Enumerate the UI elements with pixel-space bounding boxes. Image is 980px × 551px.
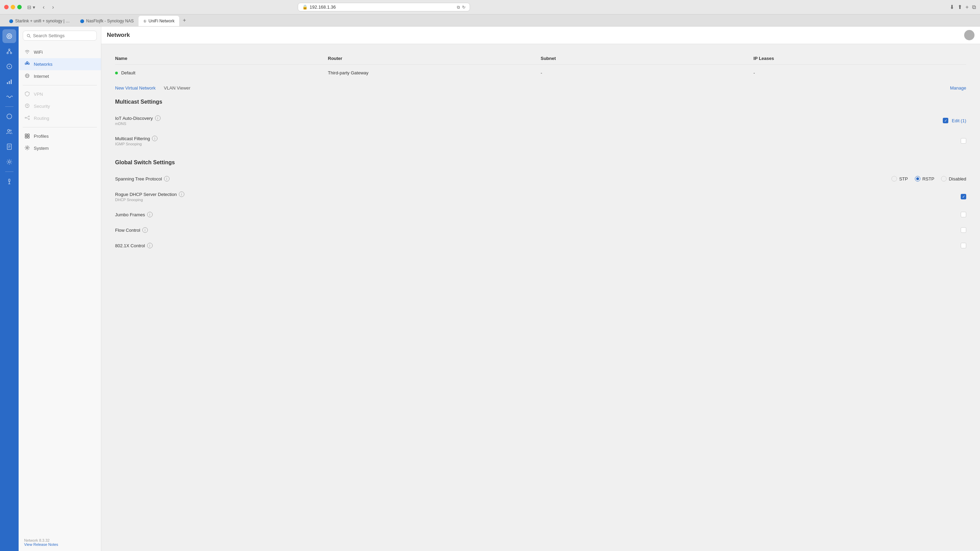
manage-button[interactable]: Manage <box>950 86 966 91</box>
sidebar-label-internet: Internet <box>34 74 49 79</box>
col-ip-leases: IP Leases <box>754 56 967 61</box>
network-row-default[interactable]: Default Third-party Gateway - - <box>115 66 966 80</box>
multicast-checkbox[interactable] <box>961 138 966 144</box>
sidebar-icon-circle[interactable] <box>2 110 16 123</box>
maximize-button[interactable] <box>17 5 22 9</box>
8021x-label: 802.1X Control i <box>115 243 153 248</box>
sidebar-icon-tool[interactable] <box>2 175 16 188</box>
download-button[interactable]: ⬇ <box>950 4 954 10</box>
sidebar-item-system[interactable]: System <box>19 142 101 154</box>
multicast-section-title: Multicast Settings <box>115 99 966 105</box>
col-router: Router <box>328 56 541 61</box>
multicast-info-icon[interactable]: i <box>152 136 158 141</box>
sidebar-icon-people[interactable] <box>2 125 16 138</box>
setting-spanning-tree: Spanning Tree Protocol i STP RSTP <box>115 171 966 187</box>
svg-point-4 <box>10 52 12 54</box>
svg-point-45 <box>27 147 28 149</box>
search-input[interactable] <box>33 33 93 38</box>
tab-macgeneration[interactable]: 🔵 Starlink + unifi + synology | Les foru… <box>4 16 75 26</box>
sidebar-item-security[interactable]: Security <box>19 100 101 112</box>
close-button[interactable] <box>4 5 9 9</box>
network-ip-leases-default: - <box>754 70 967 75</box>
flow-control-checkbox[interactable] <box>961 227 966 233</box>
setting-multicast-filtering: Multicast Filtering i IGMP Snooping <box>115 131 966 151</box>
tab-synology[interactable]: 🔵 NasFlojfk - Synology NAS <box>75 16 138 26</box>
url-text: 192.168.1.36 <box>310 5 336 10</box>
svg-point-3 <box>7 52 8 54</box>
svg-line-24 <box>30 37 31 38</box>
version-text: Network 8.3.32 <box>24 538 95 542</box>
col-name: Name <box>115 56 328 61</box>
spanning-tree-info-icon[interactable]: i <box>164 176 170 181</box>
svg-point-12 <box>7 114 12 119</box>
sidebar-label-profiles: Profiles <box>34 133 49 139</box>
radio-outer-disabled <box>941 176 947 181</box>
sidebar-item-internet[interactable]: Internet <box>19 70 101 82</box>
nav-sidebar: WiFi Networks Internet VPN Securit <box>19 27 101 551</box>
user-avatar[interactable] <box>964 30 975 40</box>
rogue-dhcp-info-icon[interactable]: i <box>179 192 185 197</box>
tab-label-macgeneration: Starlink + unifi + synology | Les forums… <box>15 19 70 24</box>
search-box[interactable] <box>23 31 97 41</box>
minimize-button[interactable] <box>11 5 15 9</box>
radio-rstp[interactable]: RSTP <box>915 176 934 181</box>
jumbo-frames-checkbox[interactable] <box>961 212 966 217</box>
sidebar-toggle-button[interactable]: ⊟ ▾ <box>25 4 37 11</box>
screen-share-icon: ⧉ <box>457 5 460 10</box>
sidebar-icon-gear[interactable] <box>2 155 16 169</box>
radio-disabled[interactable]: Disabled <box>941 176 966 181</box>
internet-icon <box>24 73 30 79</box>
sidebar-icon-home[interactable] <box>2 29 16 43</box>
back-button[interactable]: ‹ <box>41 3 46 11</box>
sidebar-item-routing[interactable]: Routing <box>19 112 101 124</box>
8021x-checkbox[interactable] <box>961 243 966 248</box>
sidebar-icon-topology[interactable] <box>2 44 16 58</box>
network-subnet-default: - <box>541 70 754 75</box>
sidebar-icon-stats[interactable] <box>2 75 16 89</box>
url-bar[interactable]: 🔒 192.168.1.36 ⧉ ↻ <box>298 3 470 11</box>
rogue-dhcp-label-group: Rogue DHCP Server Detection i DHCP Snoop… <box>115 192 185 202</box>
sidebar-label-routing: Routing <box>34 116 49 121</box>
iot-edit-link[interactable]: Edit (1) <box>952 118 966 123</box>
tab-unifi[interactable]: ① UniFi Network <box>138 16 179 26</box>
release-notes-link[interactable]: View Release Notes <box>24 542 58 546</box>
share-button[interactable]: ⬆ <box>958 4 962 10</box>
8021x-info-icon[interactable]: i <box>147 243 153 248</box>
iot-controls: ✓ Edit (1) <box>943 118 966 123</box>
app-title-bar: Network <box>101 27 980 44</box>
multicast-label-group: Multicast Filtering i IGMP Snooping <box>115 136 158 146</box>
flow-control-label: Flow Control i <box>115 227 148 233</box>
sidebar-icon-document[interactable] <box>2 140 16 154</box>
tab-overview-button[interactable]: ⧉ <box>972 4 976 10</box>
sidebar-item-networks[interactable]: Networks <box>19 58 101 70</box>
wifi-icon <box>24 49 30 56</box>
sidebar-icon-target[interactable] <box>2 60 16 73</box>
radio-outer-stp <box>891 176 897 181</box>
radio-stp[interactable]: STP <box>891 176 908 181</box>
iot-checkbox[interactable]: ✓ <box>943 118 948 123</box>
svg-point-13 <box>8 130 10 132</box>
flow-control-info-icon[interactable]: i <box>142 227 148 233</box>
jumbo-frames-info-icon[interactable]: i <box>147 212 153 217</box>
col-subnet: Subnet <box>541 56 754 61</box>
svg-rect-42 <box>27 134 29 136</box>
refresh-icon[interactable]: ↻ <box>462 5 466 10</box>
radio-inner-rstp <box>916 177 919 180</box>
rogue-dhcp-checkbox[interactable]: ✓ <box>961 194 966 199</box>
profiles-icon <box>24 133 30 140</box>
sidebar-icon-wave[interactable] <box>2 90 16 104</box>
nav-divider-2 <box>23 127 97 127</box>
setting-rogue-dhcp: Rogue DHCP Server Detection i DHCP Snoop… <box>115 187 966 207</box>
iot-sublabel: mDNS <box>115 122 161 126</box>
sidebar-item-profiles[interactable]: Profiles <box>19 130 101 142</box>
svg-rect-26 <box>25 63 27 64</box>
sidebar-item-vpn[interactable]: VPN <box>19 88 101 100</box>
forward-button[interactable]: › <box>50 3 56 11</box>
vpn-icon <box>24 91 30 97</box>
new-tab-button[interactable]: + <box>966 4 969 10</box>
iot-info-icon[interactable]: i <box>155 115 161 121</box>
vlan-viewer-button[interactable]: VLAN Viewer <box>164 86 191 91</box>
new-virtual-network-button[interactable]: New Virtual Network <box>115 86 156 91</box>
add-tab-button[interactable]: + <box>179 14 189 26</box>
sidebar-item-wifi[interactable]: WiFi <box>19 46 101 58</box>
